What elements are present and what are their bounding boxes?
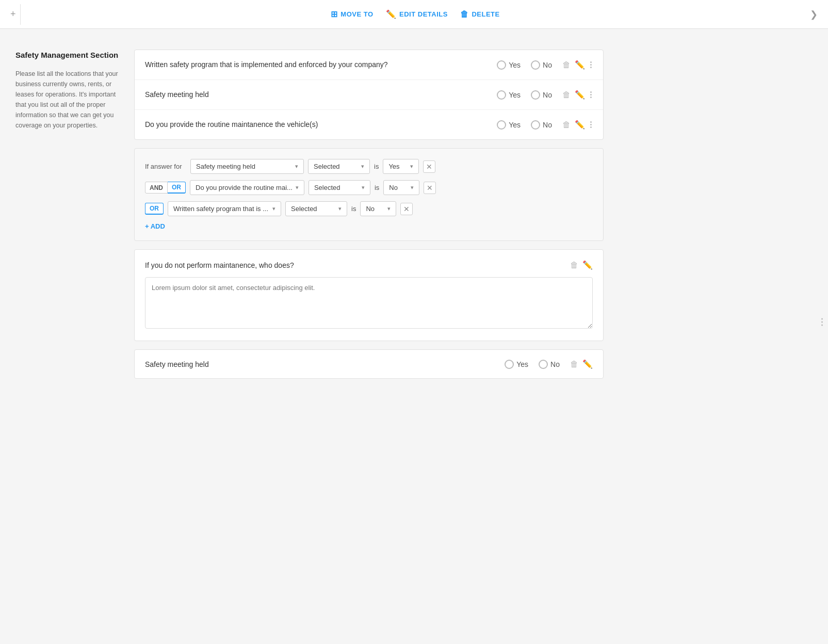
more-icon-1[interactable] [589,60,593,69]
radio-group-no-3: No [531,120,552,130]
delete-button[interactable]: 🗑 DELETE [460,10,500,19]
radio-no-bottom[interactable]: No [539,360,560,369]
collapse-button[interactable]: ❯ [810,9,818,20]
radio-group-yes-3: Yes [497,120,521,130]
condition-value-select-3[interactable]: No ▾ [360,201,396,216]
yes-label-1: Yes [509,61,521,69]
chevron-down-icon-7: ▾ [272,205,275,212]
no-label-bottom: No [550,360,560,368]
question-text-1: Written safety program that is implement… [145,59,491,70]
question-row-3: Do you provide the routine maintanence t… [135,110,603,139]
is-label-2: is [375,184,379,191]
trash-icon-3[interactable]: 🗑 [562,120,571,130]
question-text-3: Do you provide the routine maintanence t… [145,119,491,130]
edit-details-button[interactable]: ✏️ EDIT DETAILS [386,9,448,19]
add-condition-button[interactable]: + ADD [145,222,593,230]
content-area: Written safety program that is implement… [134,50,604,379]
edit-icon-3[interactable]: ✏️ [575,120,585,130]
close-button-2[interactable]: ✕ [424,182,436,194]
question-row-1: Written safety program that is implement… [135,50,603,80]
condition-question-1-text: Safety meeting held [196,163,255,170]
chevron-down-icon-6: ▾ [411,184,414,191]
chevron-down-icon-4: ▾ [296,184,299,191]
condition-row-1: If answer for Safety meeting held ▾ Sele… [145,159,593,174]
condition-question-select-1[interactable]: Safety meeting held ▾ [190,159,304,174]
edit-icon-bottom[interactable]: ✏️ [582,359,593,369]
edit-icon-1[interactable]: ✏️ [575,60,585,70]
radio-no-2[interactable]: No [531,90,552,100]
condition-selected-select-1[interactable]: Selected ▾ [308,159,370,174]
condition-value-3-text: No [366,205,375,213]
yes-label-3: Yes [509,121,521,129]
radio-yes-2[interactable]: Yes [497,90,521,100]
close-button-3[interactable]: ✕ [400,203,413,215]
chevron-down-icon-5: ▾ [362,184,365,191]
radio-circle-no-1 [531,60,540,70]
radio-yes-1[interactable]: Yes [497,60,521,70]
radio-no-3[interactable]: No [531,120,552,130]
condition-question-3-text: Written safety program that is ... [173,205,268,213]
edit-icon: ✏️ [386,9,397,19]
edit-icon-2[interactable]: ✏️ [575,90,585,100]
logic-btn-group-2: AND OR [145,182,186,194]
more-icon-3[interactable] [589,120,593,129]
trash-icon-response[interactable]: 🗑 [570,261,578,270]
is-label-3: is [351,205,356,213]
and-button-2[interactable]: AND [145,182,168,194]
is-label-1: is [374,163,379,170]
radio-group-yes-bottom: Yes [505,360,528,369]
condition-row-2: AND OR Do you provide the routine mai...… [145,180,593,195]
radio-circle-yes-bottom [505,360,514,369]
divider [20,4,21,25]
radio-group-yes-2: Yes [497,90,521,100]
response-actions: 🗑 ✏️ [570,260,593,270]
radio-yes-bottom[interactable]: Yes [505,360,528,369]
condition-question-select-2[interactable]: Do you provide the routine mai... ▾ [190,180,304,195]
radio-yes-3[interactable]: Yes [497,120,521,130]
edit-details-label: EDIT DETAILS [399,10,448,18]
trash-icon-2[interactable]: 🗑 [562,90,571,100]
close-button-1[interactable]: ✕ [423,160,435,173]
more-icon-2[interactable] [589,90,593,99]
radio-circle-no-bottom [539,360,548,369]
row-actions-bottom: 🗑 ✏️ [570,359,593,369]
trash-icon-1[interactable]: 🗑 [562,60,571,70]
edit-icon-response[interactable]: ✏️ [582,260,593,270]
radio-circle-no-3 [531,120,540,130]
radio-no-1[interactable]: No [531,60,552,70]
edge-dots [821,318,823,326]
condition-card: If answer for Safety meeting held ▾ Sele… [134,148,604,241]
condition-value-select-1[interactable]: Yes ▾ [383,159,419,174]
delete-label: DELETE [472,10,499,18]
condition-question-2-text: Do you provide the routine mai... [196,184,293,191]
radio-circle-yes-2 [497,90,506,100]
condition-selected-select-3[interactable]: Selected ▾ [285,201,347,216]
condition-selected-select-2[interactable]: Selected ▾ [309,180,370,195]
chevron-down-icon-3: ▾ [410,163,413,170]
radio-circle-yes-3 [497,120,506,130]
response-header: If you do not perform maintanence, who d… [145,260,593,270]
move-to-button[interactable]: ⊞ MOVE TO [331,9,374,19]
condition-value-select-2[interactable]: No ▾ [383,180,419,195]
chevron-down-icon-9: ▾ [387,205,391,212]
sidebar-title: Safety Management Section [15,50,119,60]
chevron-down-icon-1: ▾ [295,163,298,170]
bottom-question-text: Safety meeting held [145,360,498,368]
plus-icon[interactable]: + [10,9,16,20]
condition-row-3: OR Written safety program that is ... ▾ … [145,201,593,216]
condition-question-select-3[interactable]: Written safety program that is ... ▾ [168,201,281,216]
no-label-2: No [543,91,552,99]
response-textarea[interactable] [145,277,593,329]
chevron-down-icon-8: ▾ [338,205,342,212]
sidebar: Safety Management Section Please list al… [15,50,119,379]
selected-label-1: Selected [314,163,340,170]
main-layout: Safety Management Section Please list al… [0,29,619,399]
question-text-2: Safety meeting held [145,89,491,100]
move-to-icon: ⊞ [331,9,338,19]
trash-icon-bottom[interactable]: 🗑 [570,360,578,369]
or-button-2[interactable]: OR [168,182,186,194]
chevron-down-icon-2: ▾ [361,163,364,170]
yes-label-2: Yes [509,91,521,99]
or-button-3[interactable]: OR [145,203,164,215]
row-actions-2: 🗑 ✏️ [562,90,593,100]
